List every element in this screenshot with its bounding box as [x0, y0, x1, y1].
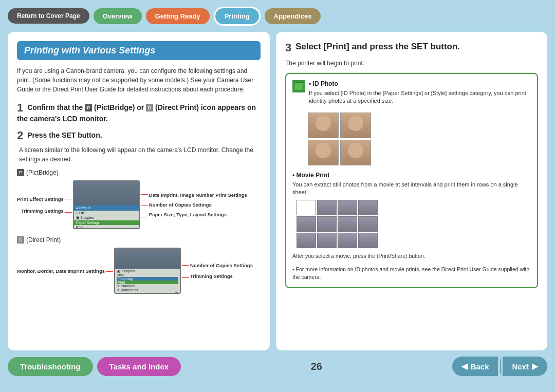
pb-lcd-screen: ● Default ○ Off ▣ 1 copies Paper Setting… [73, 180, 140, 229]
pb-lcd-photo-area [74, 181, 139, 205]
step1-text: Confirm that the P (PictBridge) or D (Di… [17, 103, 256, 123]
pb-right-labels: Date Imprint, Image Number Print Setting… [149, 192, 247, 217]
id-photo-icon [292, 80, 305, 92]
face-2 [348, 116, 363, 131]
movie-cell-12 [358, 233, 378, 248]
dp-left-labels: Monitor, Border, Date Imprint Settings [17, 268, 105, 274]
pb-left-arrows: — — [65, 195, 72, 215]
pb-menu-item3: Paper Settings [74, 220, 139, 225]
movie-cell-11 [338, 233, 357, 248]
next-arrow-icon: ▶ [532, 362, 538, 371]
step3-title: Select [Print] and press the SET button. [295, 42, 460, 51]
footer-note: • For more information on ID photos and … [292, 266, 531, 281]
id-photo-content: • ID Photo If you select [ID Photo] in t… [309, 80, 531, 108]
step2-number: 2 [17, 129, 23, 142]
pb-menu-item2: ▣ 1 copies [74, 215, 139, 220]
pb-lcd-menu-area: ● Default ○ Off ▣ 1 copies Paper Setting… [74, 205, 139, 229]
dp-right-label2: Trimming Settings [190, 273, 253, 279]
panel-title: Printing with Various Settings [17, 41, 261, 60]
pb-menu-item1: ○ Off [74, 211, 139, 215]
movie-cell-4 [358, 200, 378, 215]
printing-button[interactable]: Printing [214, 7, 261, 26]
movie-cell-9 [297, 233, 316, 248]
movie-cell-1 [297, 200, 316, 215]
step3-sub: The printer will begin to print. [285, 60, 538, 67]
step1-heading: 1 Confirm that the P (PictBridge) or D (… [17, 101, 261, 123]
step1-number: 1 [17, 101, 23, 114]
top-navigation: Return to Cover Page Overview Getting Re… [0, 0, 555, 32]
id-photo-grid [308, 113, 531, 165]
pb-right-label1: Date Imprint, Image Number Print Setting… [149, 192, 247, 198]
face-1 [316, 116, 331, 131]
back-arrow-icon: ◀ [461, 362, 468, 371]
dp-item1: ▣ 1 copies [117, 269, 178, 273]
pb-menu-item-selected: ● Default [74, 205, 139, 211]
pb-menu-item4: Print [74, 225, 139, 230]
pb-left-label2: Trimming Settings [17, 208, 64, 214]
direct-print-icon: D [146, 104, 153, 111]
back-next-group: ◀ Back Next ▶ [452, 357, 547, 376]
id-photo-cell-3 [308, 140, 339, 165]
back-label: Back [471, 362, 489, 371]
dp-footer: MENU ⬛ [117, 292, 178, 294]
page-number: 26 [185, 361, 448, 372]
direct-print-icon-2: D [17, 236, 24, 244]
movie-print-title: • Movie Print [292, 172, 531, 179]
dp-right-arrows: — — [182, 261, 189, 281]
pb-right-label2: Number of Copies Settings [149, 202, 247, 208]
step3-header: 3 Select [Print] and press the SET butto… [285, 41, 538, 54]
face-3 [316, 143, 331, 158]
movie-cell-5 [297, 216, 316, 232]
id-photo-cell-4 [340, 140, 371, 165]
troubleshoot-button[interactable]: Troubleshooting [8, 357, 93, 376]
dp-item3: Trimming [117, 277, 178, 281]
dp-lcd-menu: ▣ 1 copies Style Trimming Print ✦ Standa… [115, 269, 180, 293]
back-next-divider [500, 359, 501, 374]
dp-right-label1: Number of Copies Settings [190, 263, 253, 268]
bottom-navigation: Troubleshooting Tasks and Index 26 ◀ Bac… [0, 350, 555, 382]
id-photo-section: • ID Photo If you select [ID Photo] in t… [292, 80, 531, 165]
movie-cell-3 [338, 200, 357, 215]
next-button[interactable]: Next ▶ [503, 357, 547, 376]
left-panel: Printing with Various Settings If you ar… [8, 32, 270, 350]
pictbridge-icon-2: P [17, 169, 24, 176]
return-to-cover-button[interactable]: Return to Cover Page [8, 8, 89, 24]
pictbridge-icon: P [85, 104, 92, 111]
main-content: Printing with Various Settings If you ar… [8, 32, 547, 350]
dp-lcd-photo [115, 249, 180, 269]
movie-print-section: • Movie Print You can extract still phot… [292, 172, 531, 259]
dp-item5: ✦ Standard [117, 284, 178, 288]
step2-section: 2 Press the SET button. A screen similar… [17, 129, 261, 294]
pb-left-labels: Print Effect Settings Trimming Settings [17, 196, 64, 214]
getting-ready-button[interactable]: Getting Ready [146, 8, 210, 24]
movie-cell-8 [358, 216, 378, 232]
id-photo-cell-2 [340, 113, 371, 138]
step1-section: 1 Confirm that the P (PictBridge) or D (… [17, 101, 261, 123]
pictbridge-lcd-area: Print Effect Settings Trimming Settings … [17, 180, 261, 229]
pb-right-arrows: — — — [141, 190, 148, 220]
appendices-button[interactable]: Appendices [265, 8, 321, 24]
step2-heading: 2 Press the SET button. [17, 129, 261, 142]
movie-note: After you select a movie, press the (Pri… [292, 252, 531, 260]
movie-print-text: You can extract still photos from a movi… [292, 181, 531, 197]
direct-print-label: D (Direct Print) [17, 236, 261, 244]
feature-box: • ID Photo If you select [ID Photo] in t… [285, 73, 538, 288]
dp-item4: Print [117, 281, 178, 284]
id-photo-text: If you select [ID Photo] in the [Paper S… [309, 89, 531, 105]
id-photo-header: • ID Photo If you select [ID Photo] in t… [292, 80, 531, 108]
right-panel: 3 Select [Print] and press the SET butto… [276, 32, 547, 350]
movie-cell-6 [317, 216, 337, 232]
dp-left-arrows: — [106, 267, 113, 275]
pictbridge-label: P (PictBridge) [17, 169, 261, 176]
id-photo-title: • ID Photo [309, 80, 531, 87]
pictbridge-text: (PictBridge) [26, 169, 59, 176]
dp-right-labels: Number of Copies Settings Trimming Setti… [190, 263, 253, 279]
dp-lcd-area: Monitor, Border, Date Imprint Settings —… [17, 248, 261, 294]
movie-cell-10 [317, 233, 337, 248]
overview-button[interactable]: Overview [94, 8, 142, 24]
step2-title: Press the SET button. [27, 131, 102, 139]
intro-text: If you are using a Canon-brand camera, y… [17, 66, 261, 94]
back-button[interactable]: ◀ Back [452, 357, 498, 376]
tasks-button[interactable]: Tasks and Index [97, 357, 181, 376]
pb-left-label1: Print Effect Settings [17, 196, 64, 202]
